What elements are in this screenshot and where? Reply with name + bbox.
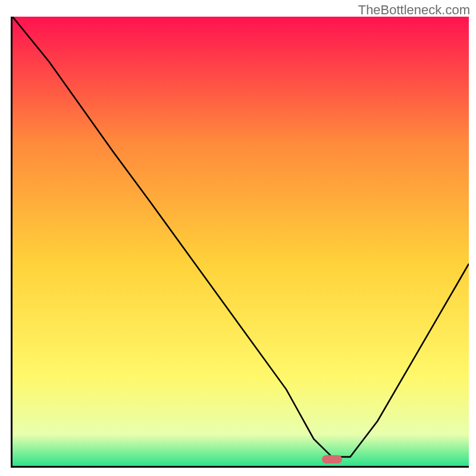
plot-area	[11, 17, 469, 468]
optimal-marker	[322, 455, 342, 464]
bottleneck-curve	[12, 17, 469, 466]
bottleneck-chart: TheBottleneck.com	[0, 0, 476, 476]
watermark-text: TheBottleneck.com	[358, 2, 470, 18]
